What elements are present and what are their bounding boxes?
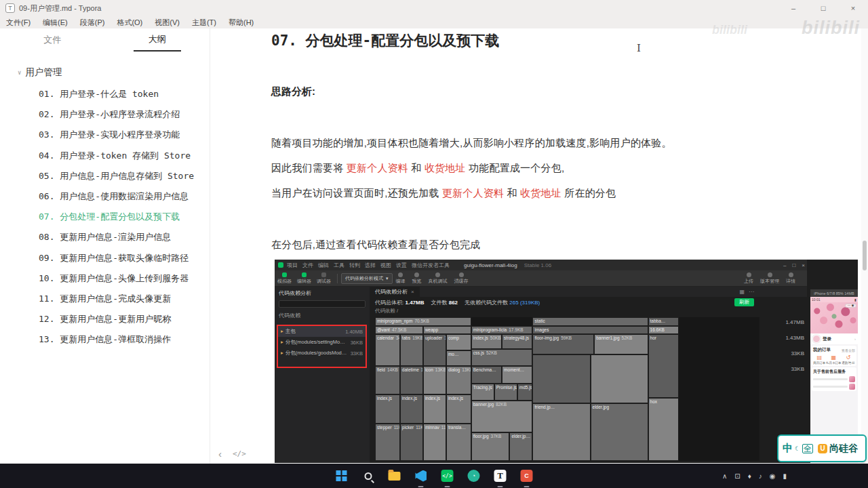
dt-menu-item[interactable]: 选择 bbox=[365, 262, 376, 269]
treemap-block[interactable]: index.js bbox=[400, 394, 423, 423]
treemap-block[interactable]: friend.jp… bbox=[532, 403, 590, 461]
upload-button[interactable]: 上传 bbox=[744, 272, 753, 285]
treemap-block[interactable]: miniprogram-licia17.9KB bbox=[471, 326, 533, 335]
treemap-block[interactable]: banner.jpg82KB bbox=[471, 401, 533, 432]
outline-item[interactable]: 09. 更新用户信息-获取头像临时路径 bbox=[0, 248, 210, 268]
sidebar-collapse-button[interactable]: ‹ bbox=[218, 448, 222, 460]
treemap-block[interactable]: miniprogram_npm70.5KB bbox=[375, 317, 471, 326]
vscode-button[interactable] bbox=[412, 467, 430, 485]
treemap-block[interactable]: images bbox=[532, 326, 648, 335]
scrollbar[interactable] bbox=[861, 28, 868, 464]
treemap-breadcrumb[interactable]: 代码依赖 / bbox=[370, 308, 807, 315]
tray-battery-icon[interactable]: ▮ bbox=[783, 472, 787, 480]
treemap-block[interactable]: mo… bbox=[446, 350, 471, 366]
tray-volume-icon[interactable]: ♪ bbox=[759, 472, 762, 480]
details-button[interactable]: 详情 bbox=[786, 272, 795, 285]
dt-menu-item[interactable]: 视图 bbox=[380, 262, 391, 269]
editor-area[interactable]: 07. 分包处理-配置分包以及预下载 I 思路分析: 随着项目功能的增加,项目体… bbox=[211, 28, 861, 464]
outline-item[interactable]: 01. 用户登录-什么是 token bbox=[0, 84, 210, 104]
dt-maximize-button[interactable]: □ bbox=[792, 262, 795, 268]
teal-app-button[interactable]: ◔ bbox=[465, 467, 483, 485]
outline-item[interactable]: 05. 用户信息-用户信息存储到 Store bbox=[0, 166, 210, 186]
treemap-block[interactable]: 16.6KB bbox=[648, 326, 679, 335]
treemap-block[interactable]: static bbox=[532, 317, 648, 326]
outline-item[interactable]: 10. 更新用户信息-头像上传到服务器 bbox=[0, 268, 210, 289]
file-explorer-button[interactable] bbox=[386, 467, 403, 485]
minimize-button[interactable]: – bbox=[778, 0, 808, 16]
order-entry[interactable]: ▦礼品卡订单 bbox=[826, 355, 842, 365]
outline-item[interactable]: 03. 用户登录-实现小程序登录功能 bbox=[0, 125, 210, 145]
treemap-block[interactable]: weapp bbox=[423, 326, 471, 335]
red-app-button[interactable]: C bbox=[518, 467, 536, 485]
menu-paragraph[interactable]: 段落(P) bbox=[74, 18, 111, 28]
package-row-main[interactable]: ▸主包 1.40MB bbox=[278, 326, 366, 337]
editor-toggle[interactable]: 编辑器 bbox=[297, 272, 311, 285]
service-item[interactable] bbox=[813, 384, 855, 390]
treemap-block[interactable]: index.js50KB bbox=[471, 334, 502, 348]
package-row-setting[interactable]: ▸分包(modules/settingModules/) 36KB bbox=[278, 337, 366, 348]
collapse-caret-icon[interactable]: ∨ bbox=[18, 69, 21, 76]
compile-mode-dropdown[interactable]: 代码依赖分析模式▾ bbox=[341, 273, 393, 284]
menu-file[interactable]: 文件(F) bbox=[0, 18, 37, 28]
treemap-block[interactable]: strategy48.js bbox=[502, 334, 532, 348]
profile-row[interactable]: 登录 › bbox=[810, 333, 858, 344]
dt-menu-item[interactable]: 项目 bbox=[287, 262, 298, 269]
tray-chevron-up-icon[interactable]: ∧ bbox=[722, 472, 727, 480]
treemap-block[interactable]: tabs19KB bbox=[400, 334, 423, 366]
outline-item-active[interactable]: 07. 分包处理-配置分包以及预下载 bbox=[0, 207, 210, 227]
menu-theme[interactable]: 主题(T) bbox=[186, 18, 222, 28]
ime-fullwidth-indicator[interactable]: 全 bbox=[802, 444, 813, 453]
treemap-block[interactable] bbox=[591, 354, 648, 403]
maximize-button[interactable]: □ bbox=[808, 0, 838, 16]
dt-menu-item[interactable]: 设置 bbox=[396, 262, 407, 269]
close-button[interactable]: × bbox=[838, 0, 868, 16]
package-search-input[interactable] bbox=[279, 300, 366, 308]
source-mode-button[interactable]: </> bbox=[233, 449, 246, 458]
service-item[interactable] bbox=[813, 376, 855, 382]
scrollbar-thumb[interactable] bbox=[863, 241, 867, 270]
clear-cache-button[interactable]: 清缓存 bbox=[454, 272, 469, 285]
outline-item[interactable]: 12. 更新用户信息-更新用户昵称 bbox=[0, 309, 210, 329]
debugger-toggle[interactable]: 调试器 bbox=[317, 272, 331, 285]
outline-root[interactable]: ∨ 用户管理 bbox=[0, 62, 210, 84]
tray-network-icon[interactable]: ◉ bbox=[770, 472, 776, 480]
treemap-block[interactable]: index.js bbox=[446, 394, 471, 423]
preview-button[interactable]: 预览 bbox=[412, 272, 422, 285]
search-button[interactable] bbox=[359, 467, 377, 485]
tray-mic-icon[interactable]: ♦ bbox=[748, 472, 751, 480]
treemap-block[interactable]: transla… bbox=[446, 424, 471, 461]
outline-item[interactable]: 04. 用户登录-token 存储到 Store bbox=[0, 146, 210, 166]
package-row-goods[interactable]: ▸分包(modules/goodsModules/) 33KB bbox=[278, 348, 366, 359]
dt-menu-item[interactable]: 工具 bbox=[334, 262, 344, 269]
wechat-devtools-button[interactable]: </> bbox=[439, 467, 456, 485]
dt-close-button[interactable]: × bbox=[802, 262, 805, 268]
treemap-block[interactable]: banner1.jpg52KB bbox=[594, 334, 648, 354]
menu-view[interactable]: 视图(V) bbox=[149, 18, 186, 28]
treemap-block[interactable]: floor.jpg37KB bbox=[471, 432, 510, 461]
more-icon[interactable]: ⋯ bbox=[749, 289, 754, 295]
dt-minimize-button[interactable]: – bbox=[783, 262, 786, 268]
treemap-block[interactable]: elder.jpg bbox=[591, 403, 648, 461]
menu-edit[interactable]: 编辑(E) bbox=[37, 18, 74, 28]
dt-menu-item[interactable]: 编辑 bbox=[318, 262, 329, 269]
treemap-block[interactable]: css.js52KB bbox=[471, 349, 533, 366]
dt-menu-item[interactable]: 微信开发者工具 bbox=[412, 262, 450, 269]
start-button[interactable] bbox=[333, 467, 351, 485]
treemap-block[interactable]: floor-img.jpg59KB bbox=[532, 334, 594, 354]
treemap-block[interactable]: datetime13KB bbox=[400, 366, 423, 394]
treemap-block[interactable]: elder.jp… bbox=[509, 432, 532, 461]
ime-chinese-indicator[interactable]: 中 bbox=[783, 442, 793, 455]
compile-button[interactable]: 编译 bbox=[396, 272, 406, 285]
treemap-block[interactable]: icon13KB bbox=[423, 366, 446, 394]
treemap-block[interactable] bbox=[532, 354, 590, 403]
orders-view-all[interactable]: 查看全部 bbox=[842, 348, 855, 352]
treemap-block[interactable]: md5.js5KB bbox=[517, 384, 533, 401]
tab-files[interactable]: 文件 bbox=[0, 28, 105, 52]
treemap-block[interactable]: calendar34KB bbox=[375, 334, 400, 366]
version-button[interactable]: 版本管理 bbox=[760, 272, 779, 285]
treemap-block[interactable]: hox bbox=[648, 398, 679, 461]
outline-item[interactable]: 02. 用户登录-小程序登录流程介绍 bbox=[0, 104, 210, 125]
order-entry[interactable]: ↺退款/售后 bbox=[842, 355, 854, 365]
treemap-block[interactable]: Promise.js bbox=[494, 384, 517, 401]
treemap-block[interactable]: moment… bbox=[502, 366, 532, 383]
